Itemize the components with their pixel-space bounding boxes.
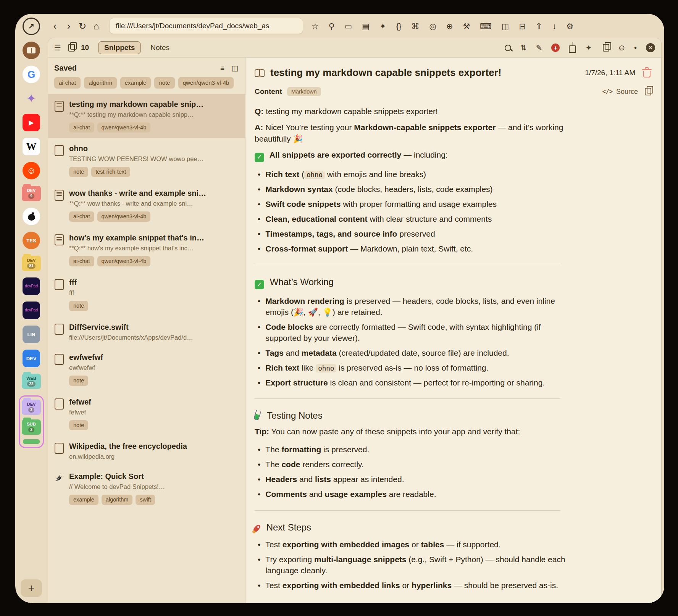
list-item-title: Example: Quick Sort [69,472,239,481]
bookmark-star-icon[interactable]: ☆ [312,22,319,30]
forward-icon[interactable]: › [62,21,76,31]
rail-bookmarks-icon[interactable] [23,42,40,59]
add-icon[interactable] [551,44,560,52]
close-icon[interactable] [646,43,655,52]
list-item-subtitle: fefwef [69,409,239,416]
list-item-subtitle: **Q:** wow thanks - write and example sn… [69,200,239,207]
list-item-body: DiffService.swiftfile:///Users/jt/Docume… [69,323,239,341]
toggle-panel-icon[interactable]: ◫ [231,65,238,72]
list-head-icons: ≡◫ [220,65,238,72]
ai-assist-icon[interactable]: ✦ [379,22,386,30]
check-emoji: ✓ [255,280,264,289]
reader-icon[interactable]: ▤ [362,22,370,30]
list-item[interactable]: ffffffnote [48,272,245,317]
rail-folder-partial-icon[interactable] [23,439,40,444]
list-item[interactable]: how's my example snippet that's in…**Q:*… [48,227,245,272]
tag-chip: qwen/qwen3-vl-4b [97,211,151,222]
rail-folder-sub-icon[interactable]: SUB2 [22,419,41,435]
list-item[interactable]: DiffService.swiftfile:///Users/jt/Docume… [48,317,245,347]
list-item[interactable]: Wikipedia, the free encyclopediaen.wikip… [48,436,245,466]
list-item[interactable]: Example: Quick Sort// Welcome to devPad … [48,466,245,511]
rail-tes-site-icon[interactable]: TES [23,232,40,249]
screen-share-icon[interactable]: ▭ [344,22,352,30]
downloads-icon[interactable]: ↓ [552,22,557,30]
rail-apple-icon[interactable] [23,208,40,225]
tab-snippets[interactable]: Snippets [98,41,141,54]
bullet-marker: • [258,322,260,344]
tools-icon[interactable]: ⚒ [463,22,470,30]
copy-content-button[interactable] [645,88,651,95]
record-dot-icon[interactable]: • [634,44,637,52]
capture-icon[interactable]: ◎ [429,22,436,30]
settings-gear-icon[interactable]: ⚙ [566,22,573,30]
dev-braces-icon[interactable]: {} [396,22,402,30]
devpad-app: ☰ 10 SnippetsNotes ⇅✎✦⊖• Saved ≡◫ ai-cha… [48,38,661,603]
trash-button[interactable] [643,71,651,77]
browser-toolbar: ‹›↻⌂ file:///Users/jt/Documents/devPad_d… [47,14,664,38]
sort-icon[interactable]: ⇅ [520,44,527,52]
filter-chip[interactable]: qwen/qwen3-vl-4b [178,77,234,89]
md-bullet: •Cross-format support — Markdown, plain … [255,242,569,256]
rail-dev-doc-icon[interactable]: DEV [23,350,40,367]
pages-icon[interactable] [68,44,75,52]
filter-chip[interactable]: ai-chat [54,77,81,89]
pin-icon[interactable]: ⚲ [329,22,334,30]
rail-folder-web-icon[interactable]: WEB22 [22,374,41,389]
copy-all-icon[interactable] [603,44,609,52]
compose-icon[interactable]: ✎ [536,44,542,52]
rail-google-icon[interactable]: G [23,66,40,83]
tab-notes[interactable]: Notes [145,42,175,54]
doc-lines-icon [54,100,64,133]
rail-folder-badge: 3 [28,407,34,413]
rail-folder-dev-yellow-icon[interactable]: DEV81 [22,256,41,271]
rail-add-space-button[interactable]: + [21,579,42,597]
rail-gemini-icon[interactable]: ✦ [23,90,40,107]
reload-icon[interactable]: ↻ [76,21,89,31]
ai-sparkle-icon[interactable]: ✦ [585,44,592,52]
rail-folder-dev-red-icon[interactable]: DEV9 [22,186,41,201]
globe-icon[interactable]: ⊕ [446,22,453,30]
remove-icon[interactable]: ⊖ [618,44,625,52]
command-icon[interactable]: ⌘ [412,22,420,30]
rail-devpad-app-2-icon[interactable]: devPad [23,302,40,319]
select-items-icon[interactable]: ≡ [220,65,224,72]
share-icon[interactable]: ⇧ [536,22,542,30]
list-title: Saved [54,64,214,73]
rail-reddit-icon[interactable]: ☺ [23,162,40,179]
list-item[interactable]: testing my markdown capable snip…**Q:** … [48,94,245,139]
md-divider [255,510,560,511]
list-item[interactable]: ohnoTESTING WOW PEENERS! WOW wowo pee…no… [48,138,245,183]
back-icon[interactable]: ‹ [48,21,62,31]
bullet-text: Rich text like ohno is preserved as-is —… [265,363,488,374]
home-icon[interactable]: ⌂ [89,21,103,31]
list-item-subtitle: // Welcome to devPad Snippets!… [69,483,239,490]
filter-chip[interactable]: example [120,77,151,89]
rail-youtube-icon[interactable]: ▶ [23,114,40,131]
browser-main: ‹›↻⌂ file:///Users/jt/Documents/devPad_d… [47,14,664,603]
split-rows-icon[interactable]: ⊟ [519,22,526,30]
rail-wikipedia-icon[interactable]: W [23,138,40,155]
terminal-icon[interactable]: ⌨ [480,22,491,30]
search-icon[interactable] [505,45,511,51]
list-item-body: testing my markdown capable snip…**Q:** … [69,100,239,133]
source-button[interactable]: </> Source [602,88,638,96]
google-glyph: G [27,69,35,79]
rail-folder-dev-purple-icon[interactable]: DEV3 [22,400,41,415]
rail-lin-app-icon[interactable]: LIN [23,326,40,343]
address-url: file:///Users/jt/Documents/devPad_docs/w… [116,22,269,30]
bullet-marker: • [258,444,260,455]
filter-chip[interactable]: note [154,77,174,89]
rail-orion-menu-icon[interactable]: ↗ [23,18,40,35]
menu-icon[interactable]: ☰ [54,44,61,52]
list-item-tags: note [69,376,239,386]
list-item[interactable]: ewfwefwfewfwefwfnote [48,347,245,392]
export-share-icon[interactable] [569,45,576,53]
rail-devpad-app-1-icon[interactable]: devPad [23,277,40,295]
split-columns-icon[interactable]: ◫ [502,22,509,30]
filter-chip[interactable]: algorithm [84,77,117,89]
tag-chip: example [69,495,98,505]
list-item[interactable]: wow thanks - write and example sni…**Q:*… [48,183,245,227]
list-item-title: wow thanks - write and example sni… [69,189,239,198]
address-bar[interactable]: file:///Users/jt/Documents/devPad_docs/w… [109,18,303,34]
list-item[interactable]: fefweffefwefnote [48,392,245,436]
